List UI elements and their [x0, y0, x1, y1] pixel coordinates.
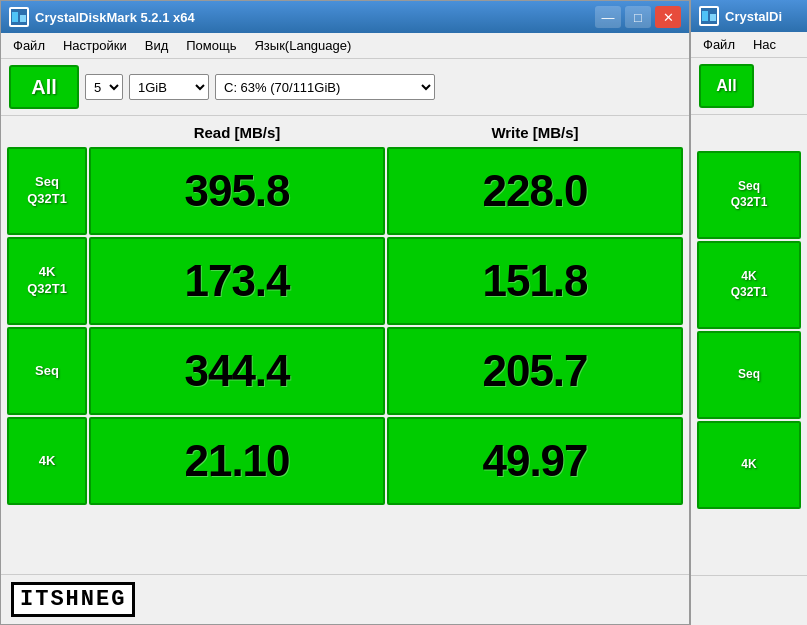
right-table-row: Seq — [697, 331, 801, 419]
watermark-text: ITSHNEG — [11, 582, 135, 617]
menu-file[interactable]: Файл — [5, 36, 53, 55]
iterations-select[interactable]: 5 — [85, 74, 123, 100]
table-row: Seq 344.4 205.7 — [7, 327, 683, 415]
row-read-4k: 21.10 — [89, 417, 385, 505]
benchmark-table: Read [MB/s] Write [MB/s] Seq Q32T1 395.8… — [1, 116, 689, 574]
row-label-4k-q32t1[interactable]: 4K Q32T1 — [7, 237, 87, 325]
right-table-row: Seq Q32T1 — [697, 151, 801, 239]
menu-language[interactable]: Язык(Language) — [246, 36, 359, 55]
table-row: 4K 21.10 49.97 — [7, 417, 683, 505]
table-row: Seq Q32T1 395.8 228.0 — [7, 147, 683, 235]
right-toolbar: All — [691, 58, 807, 115]
left-window: CrystalDiskMark 5.2.1 x64 — □ ✕ Файл Нас… — [0, 0, 690, 625]
right-footer-bar — [691, 575, 807, 625]
table-row: 4K Q32T1 173.4 151.8 — [7, 237, 683, 325]
toolbar: All 5 1GiB C: 63% (70/111GiB) — [1, 59, 689, 116]
minimize-button[interactable]: — — [595, 6, 621, 28]
maximize-button[interactable]: □ — [625, 6, 651, 28]
right-app-icon — [699, 6, 719, 26]
right-row-4k[interactable]: 4K — [697, 421, 801, 509]
right-table-row: 4K Q32T1 — [697, 241, 801, 329]
right-menu-settings[interactable]: Нас — [745, 35, 784, 54]
menu-settings[interactable]: Настройки — [55, 36, 135, 55]
main-content: Read [MB/s] Write [MB/s] Seq Q32T1 395.8… — [1, 116, 689, 574]
row-read-seq: 344.4 — [89, 327, 385, 415]
row-write-seq: 205.7 — [387, 327, 683, 415]
menu-view[interactable]: Вид — [137, 36, 177, 55]
right-all-button[interactable]: All — [699, 64, 754, 108]
row-label-seq-q32t1[interactable]: Seq Q32T1 — [7, 147, 87, 235]
row-write-4k-q32t1: 151.8 — [387, 237, 683, 325]
row-write-seq-q32t1: 228.0 — [387, 147, 683, 235]
read-header: Read [MB/s] — [89, 124, 385, 141]
right-row-4k-q32t1[interactable]: 4K Q32T1 — [697, 241, 801, 329]
svg-rect-4 — [702, 11, 708, 21]
right-row-seq[interactable]: Seq — [697, 331, 801, 419]
all-button[interactable]: All — [9, 65, 79, 109]
app-icon — [9, 7, 29, 27]
size-select[interactable]: 1GiB — [129, 74, 209, 100]
right-row-seq-q32t1[interactable]: Seq Q32T1 — [697, 151, 801, 239]
drive-select[interactable]: C: 63% (70/111GiB) — [215, 74, 435, 100]
write-header: Write [MB/s] — [387, 124, 683, 141]
window-controls: — □ ✕ — [595, 6, 681, 28]
right-table-row: 4K — [697, 421, 801, 509]
menu-bar: Файл Настройки Вид Помощь Язык(Language) — [1, 33, 689, 59]
svg-rect-5 — [710, 14, 716, 21]
right-benchmark-table: Seq Q32T1 4K Q32T1 Seq 4K — [691, 115, 807, 575]
window-title: CrystalDiskMark 5.2.1 x64 — [35, 10, 589, 25]
row-read-4k-q32t1: 173.4 — [89, 237, 385, 325]
menu-help[interactable]: Помощь — [178, 36, 244, 55]
right-title-bar: CrystalDi — [691, 0, 807, 32]
right-menu-bar: Файл Нас — [691, 32, 807, 58]
right-table-header — [697, 119, 801, 149]
close-button[interactable]: ✕ — [655, 6, 681, 28]
svg-rect-2 — [20, 15, 26, 22]
table-header: Read [MB/s] Write [MB/s] — [7, 120, 683, 145]
row-read-seq-q32t1: 395.8 — [89, 147, 385, 235]
right-window-title: CrystalDi — [725, 9, 782, 24]
title-bar: CrystalDiskMark 5.2.1 x64 — □ ✕ — [1, 1, 689, 33]
right-menu-file[interactable]: Файл — [695, 35, 743, 54]
row-write-4k: 49.97 — [387, 417, 683, 505]
row-label-4k[interactable]: 4K — [7, 417, 87, 505]
footer-bar: ITSHNEG — [1, 574, 689, 624]
right-window: CrystalDi Файл Нас All Seq Q32T1 4K Q32T… — [690, 0, 807, 625]
row-label-seq[interactable]: Seq — [7, 327, 87, 415]
svg-rect-1 — [12, 12, 18, 22]
